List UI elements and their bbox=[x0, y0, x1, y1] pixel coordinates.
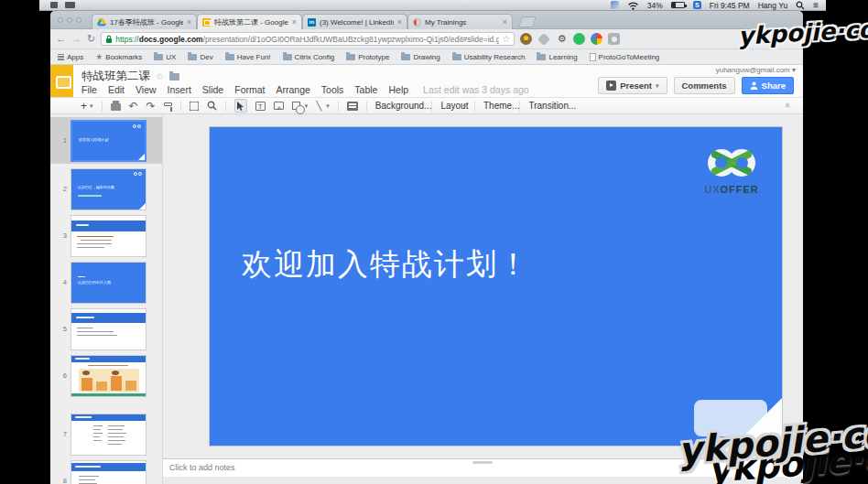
bookmark-star-icon[interactable]: ☆ bbox=[502, 34, 510, 44]
thumbnail-preview[interactable] bbox=[71, 460, 146, 484]
bookmark-folder-ux[interactable]: UX bbox=[154, 53, 176, 61]
redo-icon[interactable]: ↷ bbox=[146, 101, 156, 112]
thumbnail-preview[interactable]: 认清自己的半斤八两 bbox=[71, 262, 146, 304]
slide-thumbnail-8[interactable]: 8 bbox=[50, 457, 163, 484]
tab-linkedin[interactable]: in (3) Welcome! | LinkedIn × bbox=[302, 14, 407, 29]
background-button[interactable]: Background... bbox=[375, 102, 432, 111]
notification-center-icon[interactable]: ≡ bbox=[813, 0, 819, 10]
notes-resize-handle[interactable] bbox=[472, 461, 493, 464]
slide-thumbnail-6[interactable]: 6 bbox=[50, 352, 163, 399]
bookmark-folder-citrix[interactable]: Citrix Config bbox=[283, 53, 335, 61]
back-button[interactable]: ← bbox=[56, 34, 66, 44]
new-tab-button[interactable] bbox=[518, 16, 537, 27]
star-document-icon[interactable]: ☆ bbox=[156, 71, 164, 81]
spotlight-search-icon[interactable] bbox=[796, 1, 805, 10]
vpn-status-icon[interactable] bbox=[611, 1, 619, 9]
menu-insert[interactable]: Insert bbox=[168, 84, 191, 95]
insert-line-icon[interactable]: ╲ bbox=[316, 102, 321, 111]
theme-button[interactable]: Theme... bbox=[483, 102, 519, 111]
wifi-icon[interactable] bbox=[627, 1, 639, 10]
menu-file[interactable]: File bbox=[81, 84, 97, 95]
slide-thumbnail-5[interactable]: 5 bbox=[50, 306, 163, 352]
close-window-button[interactable] bbox=[58, 17, 63, 23]
forward-button[interactable]: → bbox=[71, 34, 81, 44]
last-edit-status[interactable]: Last edit was 3 days ago bbox=[423, 84, 529, 95]
tab-close-icon[interactable]: × bbox=[292, 18, 297, 27]
new-slide-dropdown-icon[interactable]: ▾ bbox=[90, 102, 93, 109]
move-to-folder-icon[interactable] bbox=[169, 73, 179, 81]
reload-button[interactable]: ↻ bbox=[87, 34, 95, 44]
undo-icon[interactable]: ↶ bbox=[129, 101, 138, 112]
tab-my-trainings[interactable]: My Trainings × bbox=[407, 14, 513, 29]
thumbnail-preview[interactable] bbox=[71, 215, 146, 257]
hide-menus-chevron-icon[interactable]: « bbox=[783, 102, 793, 107]
extension-evernote-icon[interactable] bbox=[573, 33, 585, 45]
tab-close-icon[interactable]: × bbox=[503, 18, 507, 27]
slide-thumbnail-7[interactable]: 7 bbox=[50, 411, 163, 457]
extension-screenshot-icon[interactable] bbox=[608, 33, 620, 45]
menu-slide[interactable]: Slide bbox=[202, 84, 223, 95]
thumbnail-preview[interactable]: 认识自己，确定作品集 bbox=[71, 168, 146, 210]
menu-format[interactable]: Format bbox=[234, 84, 265, 95]
bookmark-protogotomeeting[interactable]: ProtoGoToMeeting bbox=[590, 53, 660, 61]
notes-placeholder[interactable]: Click to add notes bbox=[169, 463, 235, 472]
tab-close-icon[interactable]: × bbox=[187, 18, 191, 27]
slide-thumbnail-4[interactable]: 4 认清自己的半斤八两 bbox=[50, 259, 163, 306]
thumbnail-preview[interactable] bbox=[71, 308, 146, 350]
layout-dropdown-icon[interactable]: ▾ bbox=[462, 102, 466, 109]
document-title[interactable]: 特战班第二课 bbox=[81, 69, 150, 84]
tab-google-slides[interactable]: 特战班第二课 - Google Sli × bbox=[197, 14, 302, 29]
bookmark-folder-dev[interactable]: Dev bbox=[188, 53, 212, 61]
bookmark-folder-learning[interactable]: Learning bbox=[537, 53, 577, 61]
thumbnail-preview[interactable] bbox=[71, 355, 146, 397]
bookmark-bookmarks[interactable]: ★Bookmarks bbox=[95, 52, 142, 61]
apple-menu-icon[interactable] bbox=[50, 2, 58, 8]
share-button[interactable]: Share bbox=[742, 77, 794, 94]
bookmark-apps[interactable]: Apps bbox=[58, 53, 83, 61]
paint-format-icon[interactable] bbox=[164, 102, 172, 106]
current-slide[interactable]: UXOFFER 欢迎加入特战计划！ bbox=[209, 126, 783, 446]
account-email[interactable]: yuhanguw@gmail.com ▾ bbox=[716, 66, 796, 74]
extension-gear-icon[interactable]: ⚙ bbox=[556, 33, 568, 45]
extension-pinwheel-icon[interactable] bbox=[591, 33, 602, 45]
present-dropdown-icon[interactable]: ▾ bbox=[656, 82, 659, 90]
bookmark-folder-prototype[interactable]: Prototype bbox=[346, 53, 389, 61]
thumbnail-preview[interactable]: 欢迎加入特战计划! bbox=[71, 120, 146, 162]
comments-button[interactable]: Comments bbox=[674, 77, 735, 94]
google-slides-app-icon[interactable] bbox=[50, 65, 73, 97]
tab-close-icon[interactable]: × bbox=[397, 18, 402, 27]
slide-thumbnail-1[interactable]: 1 欢迎加入特战计划! bbox=[50, 117, 163, 164]
bookmark-folder-usability[interactable]: Usability Research bbox=[452, 53, 526, 61]
insert-comment-icon[interactable] bbox=[347, 102, 358, 111]
transition-button[interactable]: Transition... bbox=[528, 102, 576, 111]
bookmark-folder-drawing[interactable]: Drawing bbox=[401, 53, 439, 61]
tab-google-drive[interactable]: 17春季特战班 - Google Dri × bbox=[92, 14, 197, 29]
shape-dropdown-icon[interactable]: ▾ bbox=[305, 102, 309, 109]
address-bar[interactable]: https://docs.google.com/presentation/d/1… bbox=[101, 32, 515, 46]
app-menu-item[interactable] bbox=[65, 2, 75, 8]
s-app-status-icon[interactable]: S bbox=[693, 1, 701, 9]
menubar-user[interactable]: Hang Yu bbox=[758, 1, 787, 10]
insert-shape-icon[interactable] bbox=[292, 102, 300, 110]
slide-thumbnail-3[interactable]: 3 bbox=[50, 212, 163, 259]
zoom-icon[interactable] bbox=[207, 101, 217, 111]
line-dropdown-icon[interactable]: ▾ bbox=[326, 102, 330, 109]
extension-icon-2[interactable] bbox=[537, 32, 550, 45]
thumbnail-preview[interactable] bbox=[71, 414, 146, 456]
select-tool-icon[interactable] bbox=[234, 99, 247, 113]
extension-icon-1[interactable] bbox=[520, 33, 532, 45]
new-slide-button[interactable]: + bbox=[81, 101, 87, 112]
insert-image-icon[interactable] bbox=[274, 102, 284, 110]
menu-tools[interactable]: Tools bbox=[321, 84, 344, 95]
minimize-window-button[interactable] bbox=[67, 17, 72, 23]
menu-edit[interactable]: Edit bbox=[108, 84, 125, 95]
slide-thumbnail-2[interactable]: 2 认识自己，确定作品集 bbox=[50, 166, 163, 212]
zoom-fit-icon[interactable] bbox=[190, 102, 199, 111]
menu-arrange[interactable]: Arrange bbox=[276, 84, 309, 95]
bookmark-folder-have-fun[interactable]: Have Fun! bbox=[225, 53, 271, 61]
menu-help[interactable]: Help bbox=[388, 84, 408, 95]
menu-view[interactable]: View bbox=[136, 84, 157, 95]
menubar-clock[interactable]: Fri 9:45 PM bbox=[710, 1, 750, 10]
slide-title-text[interactable]: 欢迎加入特战计划！ bbox=[242, 244, 530, 285]
menu-table[interactable]: Table bbox=[354, 84, 377, 95]
